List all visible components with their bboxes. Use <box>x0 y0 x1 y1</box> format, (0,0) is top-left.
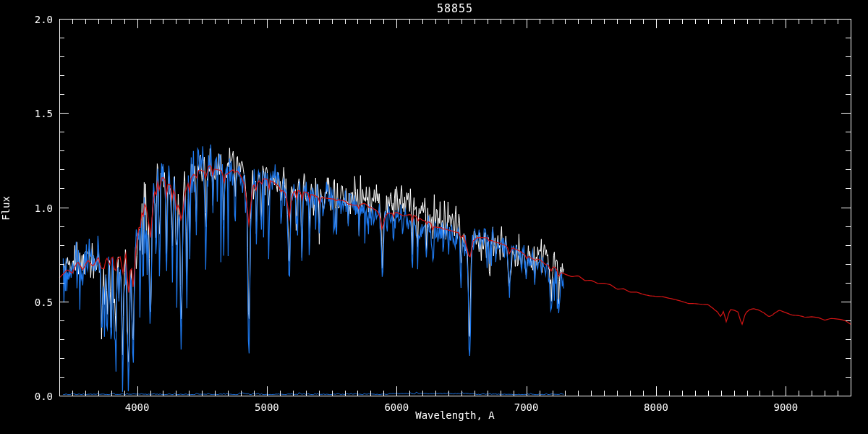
y-tick-label: 2.0 <box>24 14 53 25</box>
x-tick-label: 7000 <box>514 401 539 413</box>
x-tick-label: 4000 <box>125 401 150 413</box>
y-tick-label: 0.5 <box>24 297 53 308</box>
x-tick-label: 9000 <box>773 401 798 413</box>
x-axis-label: Wavelength, A <box>59 409 851 421</box>
y-axis-label: Flux <box>0 172 12 244</box>
y-tick-label: 1.0 <box>24 203 53 214</box>
x-tick-label: 6000 <box>384 401 409 413</box>
y-tick-label: 1.5 <box>24 108 53 119</box>
x-tick-label: 8000 <box>644 401 668 413</box>
spectrum-figure: 58855 Wavelength, A Flux 400050006000700… <box>0 0 868 434</box>
plot-title: 58855 <box>59 2 851 15</box>
spectrum-canvas <box>0 0 868 434</box>
x-tick-label: 5000 <box>255 401 279 413</box>
y-tick-label: 0.0 <box>24 391 53 402</box>
